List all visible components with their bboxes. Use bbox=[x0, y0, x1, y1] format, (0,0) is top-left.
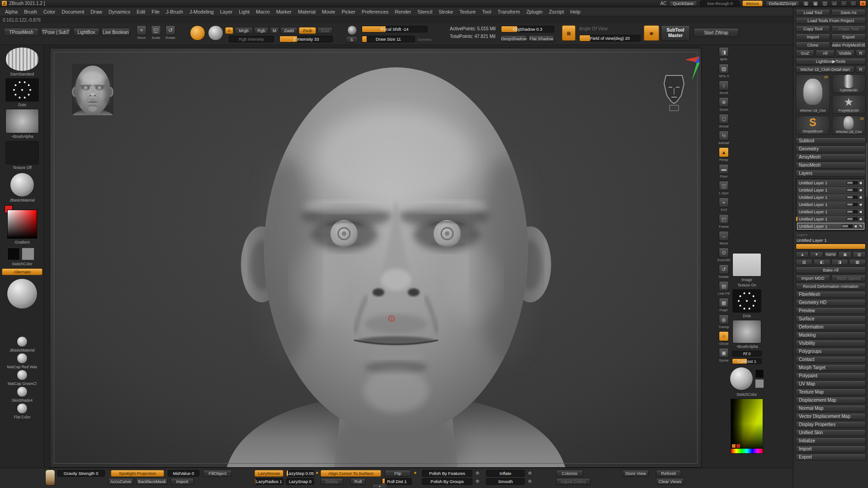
tool-section-header[interactable]: ArrayMesh bbox=[796, 154, 866, 160]
goz-r-button[interactable]: R bbox=[856, 50, 866, 56]
polish-by-groups-slider[interactable]: Polish By Groups bbox=[422, 478, 472, 485]
tool-section-header[interactable]: Texture Map bbox=[796, 389, 866, 395]
menu-item[interactable]: Texture bbox=[456, 7, 479, 16]
menu-item[interactable]: Edit bbox=[133, 7, 148, 16]
tool-section-header[interactable]: Deformation bbox=[796, 324, 866, 330]
record-deformation-button[interactable]: Record Deformation Animation bbox=[796, 283, 866, 290]
lightbox-button[interactable]: LightBox bbox=[73, 28, 99, 36]
import-curve-button[interactable]: Import bbox=[170, 478, 194, 485]
layer-control-button[interactable]: ▼ bbox=[810, 251, 823, 258]
tool-section-header[interactable]: Polygroups bbox=[796, 348, 866, 355]
tool-thumbnail[interactable]: PolyMesh3D bbox=[832, 95, 866, 114]
shelf-toggle[interactable]: ◫ L.Sym bbox=[713, 181, 734, 195]
tool-section-header[interactable]: FiberMesh bbox=[796, 291, 866, 298]
active-tool-name[interactable]: Witcher-18_Cloth-Detail-start bbox=[796, 66, 854, 73]
layer-mini-slider[interactable] bbox=[847, 217, 858, 221]
tool-section-header[interactable]: Geometry HD bbox=[796, 299, 866, 306]
material-sphere[interactable] bbox=[17, 353, 28, 364]
inflate-slider[interactable]: Inflate bbox=[486, 470, 525, 477]
shelf-toggle[interactable]: ⊕ Zoom bbox=[713, 97, 734, 112]
layer-mini-slider[interactable] bbox=[847, 203, 858, 206]
tool-section-header[interactable]: Visibility bbox=[796, 340, 866, 347]
menu-item[interactable]: Stroke bbox=[435, 7, 456, 16]
tool-section-header[interactable]: Export bbox=[796, 454, 866, 460]
align-cursor-button[interactable]: Align Cursor To Surface bbox=[321, 470, 381, 477]
main-color-swatch[interactable] bbox=[7, 248, 20, 260]
default-zscript-button[interactable]: DefaultZScript bbox=[765, 0, 800, 6]
alpha-thumbnail[interactable] bbox=[5, 109, 39, 133]
bake-all-button[interactable]: Bake All bbox=[796, 267, 866, 273]
delete-button[interactable]: Delete bbox=[321, 478, 343, 485]
menu-item[interactable]: File bbox=[148, 7, 163, 16]
tool-section-header[interactable]: Subtool bbox=[796, 137, 866, 144]
window-icon[interactable]: ▤ bbox=[802, 0, 809, 6]
tray-swatch-orange[interactable] bbox=[732, 444, 736, 448]
tool-section-header[interactable]: UV Map bbox=[796, 380, 866, 387]
smooth-slider[interactable]: Smooth bbox=[486, 478, 525, 485]
objshadow-slider[interactable]: ObjShadow 0.3 bbox=[501, 26, 554, 33]
menu-item[interactable]: Color bbox=[40, 7, 58, 16]
layer-control-button[interactable]: Name bbox=[824, 251, 837, 258]
texture-slot-thumbnail[interactable] bbox=[732, 253, 761, 277]
color-picker[interactable] bbox=[7, 210, 37, 239]
layer-row[interactable]: Untitled Layer 1 ✎ bbox=[797, 208, 864, 215]
gravity-direction-widget[interactable] bbox=[45, 469, 55, 486]
midvalue-slider[interactable]: MidValue 0 bbox=[168, 470, 199, 477]
menu-item[interactable]: Preferences bbox=[359, 7, 392, 16]
tool-section-header[interactable]: Preview bbox=[796, 307, 866, 314]
switchcolor-label[interactable]: SwitchColor bbox=[0, 262, 44, 266]
menu-item[interactable]: Dynamics bbox=[105, 7, 133, 16]
layer-mini-slider[interactable] bbox=[842, 225, 853, 228]
see-through-slider[interactable]: See-through 0 bbox=[700, 0, 740, 6]
roll-button[interactable]: Roll bbox=[350, 478, 366, 485]
menu-item[interactable]: Macro bbox=[253, 7, 273, 16]
lazysnap-slider[interactable]: LazySnap 0 bbox=[286, 478, 314, 485]
rf-slider[interactable]: Rf 0 bbox=[732, 351, 762, 357]
layer-control-button[interactable]: ▣ bbox=[838, 251, 851, 258]
panel-scrollbar[interactable] bbox=[866, 143, 868, 197]
goz-button[interactable]: GoZ bbox=[796, 50, 814, 56]
tool-section-header[interactable]: Surface bbox=[796, 315, 866, 322]
inflate-toggle[interactable] bbox=[528, 471, 533, 476]
polish-by-features-slider[interactable]: Polish By Features bbox=[422, 470, 472, 477]
tool-section-header[interactable]: Contact bbox=[796, 356, 866, 363]
tray-main-color[interactable] bbox=[755, 369, 764, 378]
material-sphere[interactable] bbox=[17, 370, 28, 380]
dynamic-label[interactable]: Dynamic bbox=[418, 38, 432, 42]
m-toggle[interactable]: M bbox=[270, 27, 279, 34]
layer-mini-slider[interactable] bbox=[847, 210, 858, 213]
tool-section-header[interactable]: Displacement Map bbox=[796, 397, 866, 404]
load-tools-from-project-button[interactable]: Load Tools From Project bbox=[796, 17, 866, 24]
tool-thumbnail[interactable]: 30 Witcher-18_Clot bbox=[832, 116, 866, 135]
menu-item[interactable]: Movie bbox=[319, 7, 338, 16]
menu-item[interactable]: Draw bbox=[87, 7, 105, 16]
tool-section-header[interactable]: Vector Displacement Map bbox=[796, 413, 866, 420]
axis-gizmo[interactable] bbox=[679, 56, 700, 82]
menu-item[interactable]: Zscript bbox=[546, 7, 567, 16]
colorize-button[interactable]: Colorize bbox=[556, 470, 583, 477]
draw-size-slider[interactable]: Draw Size 11 bbox=[362, 36, 415, 42]
rgb-intensity-slider[interactable]: Rgb Intensity bbox=[229, 36, 274, 42]
shelf-toggle[interactable]: ▬ Floor bbox=[713, 164, 734, 178]
import-mdd-button[interactable]: Import MDD bbox=[796, 275, 830, 282]
window-icon[interactable]: ◫ bbox=[821, 0, 828, 6]
menu-item[interactable]: Render bbox=[392, 7, 414, 16]
gravity-strength-slider[interactable]: Gravity Strength 0 bbox=[57, 470, 105, 477]
zcut-toggle[interactable]: Zcut bbox=[317, 27, 333, 34]
menu-item[interactable]: Layer bbox=[217, 7, 236, 16]
shelf-toggle[interactable]: ↔ Move bbox=[713, 231, 734, 245]
goz-all-button[interactable]: All bbox=[816, 50, 834, 56]
shelf-toggle[interactable]: ▨ SPix 3 bbox=[713, 64, 734, 78]
window-icon[interactable]: ▦ bbox=[812, 0, 819, 6]
layer-control-button[interactable]: ▦ bbox=[849, 259, 866, 265]
tposemesh-button[interactable]: TPoseMesh bbox=[4, 28, 39, 36]
maximize-button[interactable]: □ bbox=[850, 0, 857, 6]
mrgb-toggle[interactable]: Mrgb bbox=[235, 27, 253, 34]
layer-mini-slider[interactable] bbox=[847, 181, 858, 184]
menu-item[interactable]: Zplugin bbox=[523, 7, 546, 16]
material-sphere[interactable] bbox=[17, 336, 28, 347]
tray-material-sphere[interactable] bbox=[730, 367, 753, 390]
layer-eye-icon[interactable] bbox=[859, 196, 863, 199]
menu-item[interactable]: Brush bbox=[21, 7, 40, 16]
head-thumbnail[interactable] bbox=[72, 64, 113, 115]
